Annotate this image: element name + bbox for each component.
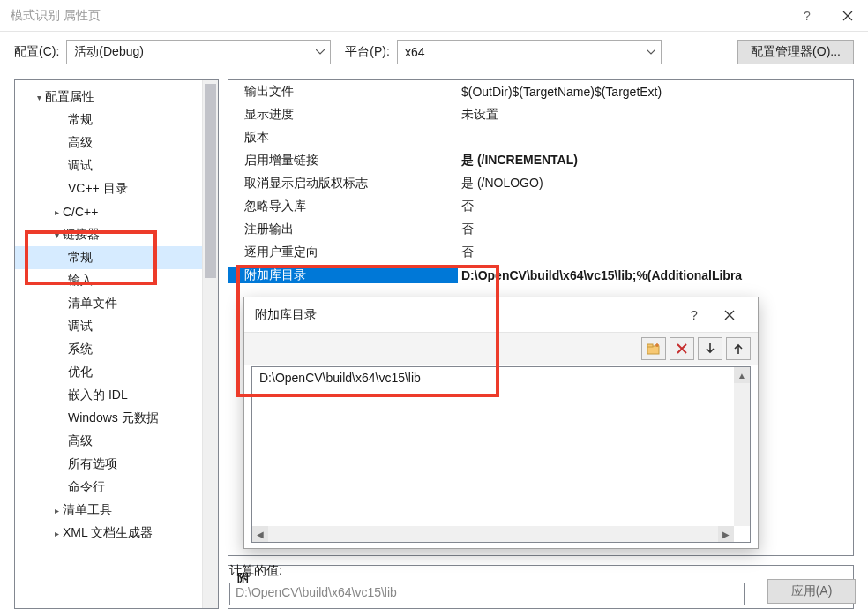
- prop-row[interactable]: 输出文件$(OutDir)$(TargetName)$(TargetExt): [228, 80, 853, 103]
- platform-combo[interactable]: x64: [397, 40, 662, 64]
- tree-item[interactable]: 常规: [15, 109, 202, 132]
- scroll-right-icon[interactable]: ▶: [718, 526, 734, 542]
- config-value: 活动(Debug): [74, 44, 144, 60]
- config-label: 配置(C):: [14, 44, 59, 60]
- tree-linker-item[interactable]: 命令行: [15, 476, 202, 499]
- move-up-button[interactable]: [726, 337, 751, 360]
- prop-row[interactable]: 取消显示启动版权标志是 (/NOLOGO): [228, 172, 853, 195]
- computed-section: 计算的值: D:\OpenCV\build\x64\vc15\lib: [229, 563, 745, 605]
- help-button[interactable]: ?: [787, 0, 827, 32]
- config-combo[interactable]: 活动(Debug): [66, 40, 331, 64]
- popup-list[interactable]: D:\OpenCV\build\x64\vc15\lib ▲ ◀ ▶: [251, 366, 751, 543]
- popup-help-button[interactable]: ?: [677, 297, 712, 333]
- chevron-down-icon: [316, 49, 325, 55]
- window-title: 模式识别 属性页: [11, 8, 101, 24]
- delete-icon: [676, 342, 688, 355]
- tree-root[interactable]: ▾配置属性: [15, 86, 202, 109]
- arrow-up-icon: [733, 342, 744, 355]
- tree-linker-item[interactable]: 嵌入的 IDL: [15, 384, 202, 407]
- prop-row[interactable]: 注册输出否: [228, 218, 853, 241]
- popup-list-item[interactable]: D:\OpenCV\build\x64\vc15\lib: [252, 367, 750, 388]
- move-down-button[interactable]: [698, 337, 722, 360]
- tree-linker-item[interactable]: 输入: [15, 269, 202, 292]
- tree-item[interactable]: VC++ 目录: [15, 177, 202, 200]
- config-toolbar: 配置(C): 活动(Debug) 平台(P): x64 配置管理器(O)...: [0, 32, 868, 72]
- tree-linker-general[interactable]: 常规: [15, 246, 202, 269]
- close-icon: [724, 310, 735, 320]
- tree-linker-item[interactable]: 系统: [15, 338, 202, 361]
- tree-linker-item[interactable]: 调试: [15, 315, 202, 338]
- new-folder-button[interactable]: [641, 337, 666, 360]
- close-icon: [842, 11, 853, 21]
- config-manager-label: 配置管理器(O)...: [751, 44, 841, 60]
- tree-scrollbar[interactable]: [202, 80, 218, 608]
- prop-row[interactable]: 逐用户重定向否: [228, 241, 853, 264]
- arrow-down-icon: [705, 342, 715, 355]
- tree-manifest-tool[interactable]: ▸清单工具: [15, 499, 202, 522]
- svg-rect-1: [647, 344, 653, 347]
- close-button[interactable]: [827, 0, 868, 32]
- prop-row[interactable]: 忽略导入库否: [228, 195, 853, 218]
- tree-linker[interactable]: ▾链接器: [15, 223, 202, 246]
- tree-linker-item[interactable]: 优化: [15, 361, 202, 384]
- tree-item[interactable]: 高级: [15, 132, 202, 154]
- scroll-left-icon[interactable]: ◀: [252, 526, 268, 542]
- chevron-down-icon: [647, 49, 655, 55]
- prop-row[interactable]: 启用增量链接是 (/INCREMENTAL): [228, 149, 853, 172]
- popup-vscroll[interactable]: ▲: [734, 367, 750, 526]
- prop-row-additional-lib-dirs[interactable]: 附加库目录D:\OpenCV\build\x64\vc15\lib;%(Addi…: [228, 264, 853, 287]
- popup-toolbar: [244, 333, 758, 365]
- apply-button[interactable]: 应用(A): [767, 579, 856, 604]
- tree-linker-item[interactable]: Windows 元数据: [15, 407, 202, 430]
- popup-title: 附加库目录: [255, 307, 317, 323]
- platform-label: 平台(P):: [345, 44, 390, 60]
- folder-icon: [647, 342, 661, 355]
- scroll-up-icon[interactable]: ▲: [734, 367, 750, 383]
- title-bar: 模式识别 属性页 ?: [0, 0, 868, 32]
- popup-close-button[interactable]: [712, 297, 747, 333]
- prop-row[interactable]: 版本: [228, 126, 853, 149]
- config-manager-button[interactable]: 配置管理器(O)...: [737, 40, 854, 64]
- tree-linker-item[interactable]: 清单文件: [15, 292, 202, 315]
- prop-row[interactable]: 显示进度未设置: [228, 103, 853, 126]
- tree-xml-gen[interactable]: ▸XML 文档生成器: [15, 522, 202, 545]
- computed-label: 计算的值:: [229, 563, 745, 579]
- delete-button[interactable]: [670, 337, 694, 360]
- computed-value: D:\OpenCV\build\x64\vc15\lib: [229, 583, 745, 605]
- tree-cpp[interactable]: ▸C/C++: [15, 200, 202, 223]
- additional-lib-dirs-dialog: 附加库目录 ? D:\OpenCV\build\x64\vc15\lib ▲ ◀…: [243, 297, 759, 549]
- tree-linker-item[interactable]: 高级: [15, 430, 202, 453]
- tree-panel: ▾配置属性 常规 高级 调试 VC++ 目录 ▸C/C++ ▾链接器 常规 输入…: [14, 79, 219, 609]
- tree-scroll-thumb[interactable]: [205, 84, 216, 278]
- tree-linker-item[interactable]: 所有选项: [15, 453, 202, 476]
- platform-value: x64: [405, 45, 425, 59]
- tree-item[interactable]: 调试: [15, 154, 202, 177]
- popup-hscroll[interactable]: ◀ ▶: [252, 526, 734, 542]
